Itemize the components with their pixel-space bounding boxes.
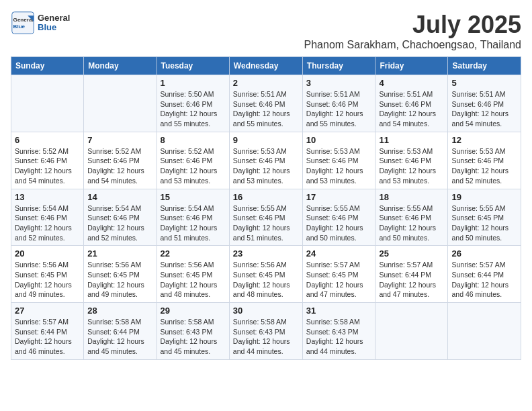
day-number: 3 bbox=[306, 78, 372, 88]
day-detail: Sunrise: 5:52 AMSunset: 6:46 PMDaylight:… bbox=[87, 146, 152, 186]
calendar-cell: 10Sunrise: 5:53 AMSunset: 6:46 PMDayligh… bbox=[302, 132, 375, 189]
weekday-header: Wednesday bbox=[229, 57, 302, 75]
day-number: 31 bbox=[306, 306, 372, 316]
calendar-cell: 6Sunrise: 5:52 AMSunset: 6:46 PMDaylight… bbox=[11, 132, 84, 189]
day-detail: Sunrise: 5:58 AMSunset: 6:43 PMDaylight:… bbox=[161, 317, 226, 357]
day-detail: Sunrise: 5:57 AMSunset: 6:44 PMDaylight:… bbox=[451, 260, 517, 300]
calendar-cell: 7Sunrise: 5:52 AMSunset: 6:46 PMDaylight… bbox=[84, 132, 157, 189]
calendar-week-row: 6Sunrise: 5:52 AMSunset: 6:46 PMDaylight… bbox=[11, 132, 521, 189]
day-detail: Sunrise: 5:53 AMSunset: 6:46 PMDaylight:… bbox=[379, 146, 444, 186]
calendar-cell: 28Sunrise: 5:58 AMSunset: 6:44 PMDayligh… bbox=[84, 303, 157, 360]
logo: General Blue General Blue bbox=[11, 11, 70, 35]
day-number: 18 bbox=[379, 192, 444, 202]
day-number: 27 bbox=[15, 306, 80, 316]
weekday-header: Monday bbox=[84, 57, 157, 75]
day-detail: Sunrise: 5:53 AMSunset: 6:46 PMDaylight:… bbox=[233, 146, 299, 186]
calendar-header-row: SundayMondayTuesdayWednesdayThursdayFrid… bbox=[11, 57, 521, 75]
day-detail: Sunrise: 5:56 AMSunset: 6:45 PMDaylight:… bbox=[233, 260, 299, 300]
day-number: 28 bbox=[87, 306, 152, 316]
month-year-title: July 2025 bbox=[304, 11, 521, 39]
calendar-cell: 13Sunrise: 5:54 AMSunset: 6:46 PMDayligh… bbox=[11, 189, 84, 246]
logo-general: General bbox=[38, 13, 70, 23]
day-detail: Sunrise: 5:58 AMSunset: 6:43 PMDaylight:… bbox=[306, 317, 372, 357]
day-number: 9 bbox=[233, 135, 299, 145]
day-number: 15 bbox=[161, 192, 226, 202]
day-number: 8 bbox=[161, 135, 226, 145]
day-detail: Sunrise: 5:51 AMSunset: 6:46 PMDaylight:… bbox=[306, 89, 372, 129]
calendar-week-row: 1Sunrise: 5:50 AMSunset: 6:46 PMDaylight… bbox=[11, 75, 521, 132]
calendar-table: SundayMondayTuesdayWednesdayThursdayFrid… bbox=[11, 56, 521, 360]
day-number: 10 bbox=[306, 135, 372, 145]
calendar-cell: 4Sunrise: 5:51 AMSunset: 6:46 PMDaylight… bbox=[375, 75, 448, 132]
day-detail: Sunrise: 5:57 AMSunset: 6:45 PMDaylight:… bbox=[306, 260, 372, 300]
calendar-week-row: 13Sunrise: 5:54 AMSunset: 6:46 PMDayligh… bbox=[11, 189, 521, 246]
day-number: 11 bbox=[379, 135, 444, 145]
page-header: General Blue General Blue July 2025 Phan… bbox=[11, 11, 521, 51]
weekday-header: Friday bbox=[375, 57, 448, 75]
calendar-cell: 5Sunrise: 5:51 AMSunset: 6:46 PMDaylight… bbox=[448, 75, 521, 132]
day-number: 2 bbox=[233, 78, 299, 88]
day-detail: Sunrise: 5:54 AMSunset: 6:46 PMDaylight:… bbox=[15, 203, 80, 243]
day-detail: Sunrise: 5:56 AMSunset: 6:45 PMDaylight:… bbox=[15, 260, 80, 300]
calendar-cell: 22Sunrise: 5:56 AMSunset: 6:45 PMDayligh… bbox=[157, 246, 229, 303]
day-detail: Sunrise: 5:52 AMSunset: 6:46 PMDaylight:… bbox=[161, 146, 226, 186]
day-number: 26 bbox=[451, 248, 517, 259]
calendar-cell: 17Sunrise: 5:55 AMSunset: 6:46 PMDayligh… bbox=[302, 189, 375, 246]
title-block: July 2025 Phanom Sarakham, Chachoengsao,… bbox=[304, 11, 521, 51]
day-detail: Sunrise: 5:51 AMSunset: 6:46 PMDaylight:… bbox=[379, 89, 444, 129]
calendar-cell: 31Sunrise: 5:58 AMSunset: 6:43 PMDayligh… bbox=[302, 303, 375, 360]
calendar-cell: 23Sunrise: 5:56 AMSunset: 6:45 PMDayligh… bbox=[229, 246, 302, 303]
day-number: 7 bbox=[87, 135, 152, 145]
calendar-cell: 29Sunrise: 5:58 AMSunset: 6:43 PMDayligh… bbox=[157, 303, 229, 360]
calendar-week-row: 20Sunrise: 5:56 AMSunset: 6:45 PMDayligh… bbox=[11, 246, 521, 303]
day-detail: Sunrise: 5:56 AMSunset: 6:45 PMDaylight:… bbox=[161, 260, 226, 300]
calendar-cell: 9Sunrise: 5:53 AMSunset: 6:46 PMDaylight… bbox=[229, 132, 302, 189]
calendar-cell: 25Sunrise: 5:57 AMSunset: 6:44 PMDayligh… bbox=[375, 246, 448, 303]
day-number: 30 bbox=[233, 306, 299, 316]
svg-text:Blue: Blue bbox=[13, 24, 26, 30]
day-number: 5 bbox=[451, 78, 517, 88]
day-detail: Sunrise: 5:52 AMSunset: 6:46 PMDaylight:… bbox=[15, 146, 80, 186]
calendar-cell: 15Sunrise: 5:54 AMSunset: 6:46 PMDayligh… bbox=[157, 189, 229, 246]
weekday-header: Tuesday bbox=[157, 57, 229, 75]
day-number: 12 bbox=[451, 135, 517, 145]
day-detail: Sunrise: 5:53 AMSunset: 6:46 PMDaylight:… bbox=[306, 146, 372, 186]
day-number: 24 bbox=[306, 248, 372, 259]
day-number: 13 bbox=[15, 192, 80, 202]
day-detail: Sunrise: 5:51 AMSunset: 6:46 PMDaylight:… bbox=[233, 89, 299, 129]
weekday-header: Saturday bbox=[448, 57, 521, 75]
calendar-cell: 12Sunrise: 5:53 AMSunset: 6:46 PMDayligh… bbox=[448, 132, 521, 189]
logo-icon: General Blue bbox=[11, 11, 35, 35]
calendar-cell: 30Sunrise: 5:58 AMSunset: 6:43 PMDayligh… bbox=[229, 303, 302, 360]
day-number: 19 bbox=[451, 192, 517, 202]
calendar-cell bbox=[448, 303, 521, 360]
location-subtitle: Phanom Sarakham, Chachoengsao, Thailand bbox=[304, 39, 521, 51]
day-detail: Sunrise: 5:54 AMSunset: 6:46 PMDaylight:… bbox=[87, 203, 152, 243]
day-number: 25 bbox=[379, 248, 444, 259]
day-number: 16 bbox=[233, 192, 299, 202]
weekday-header: Thursday bbox=[302, 57, 375, 75]
calendar-cell: 26Sunrise: 5:57 AMSunset: 6:44 PMDayligh… bbox=[448, 246, 521, 303]
day-detail: Sunrise: 5:50 AMSunset: 6:46 PMDaylight:… bbox=[161, 89, 226, 129]
day-detail: Sunrise: 5:57 AMSunset: 6:44 PMDaylight:… bbox=[15, 317, 80, 357]
calendar-week-row: 27Sunrise: 5:57 AMSunset: 6:44 PMDayligh… bbox=[11, 303, 521, 360]
calendar-cell bbox=[84, 75, 157, 132]
day-detail: Sunrise: 5:55 AMSunset: 6:46 PMDaylight:… bbox=[306, 203, 372, 243]
day-detail: Sunrise: 5:57 AMSunset: 6:44 PMDaylight:… bbox=[379, 260, 444, 300]
calendar-cell bbox=[11, 75, 84, 132]
calendar-cell: 11Sunrise: 5:53 AMSunset: 6:46 PMDayligh… bbox=[375, 132, 448, 189]
day-number: 20 bbox=[15, 248, 80, 259]
day-number: 1 bbox=[161, 78, 226, 88]
day-detail: Sunrise: 5:53 AMSunset: 6:46 PMDaylight:… bbox=[451, 146, 517, 186]
day-detail: Sunrise: 5:51 AMSunset: 6:46 PMDaylight:… bbox=[451, 89, 517, 129]
calendar-cell: 8Sunrise: 5:52 AMSunset: 6:46 PMDaylight… bbox=[157, 132, 229, 189]
calendar-cell: 3Sunrise: 5:51 AMSunset: 6:46 PMDaylight… bbox=[302, 75, 375, 132]
day-number: 14 bbox=[87, 192, 152, 202]
calendar-cell: 1Sunrise: 5:50 AMSunset: 6:46 PMDaylight… bbox=[157, 75, 229, 132]
calendar-cell: 21Sunrise: 5:56 AMSunset: 6:45 PMDayligh… bbox=[84, 246, 157, 303]
day-detail: Sunrise: 5:55 AMSunset: 6:46 PMDaylight:… bbox=[233, 203, 299, 243]
day-detail: Sunrise: 5:58 AMSunset: 6:44 PMDaylight:… bbox=[87, 317, 152, 357]
logo-blue: Blue bbox=[38, 22, 56, 32]
calendar-cell: 2Sunrise: 5:51 AMSunset: 6:46 PMDaylight… bbox=[229, 75, 302, 132]
day-detail: Sunrise: 5:55 AMSunset: 6:46 PMDaylight:… bbox=[379, 203, 444, 243]
